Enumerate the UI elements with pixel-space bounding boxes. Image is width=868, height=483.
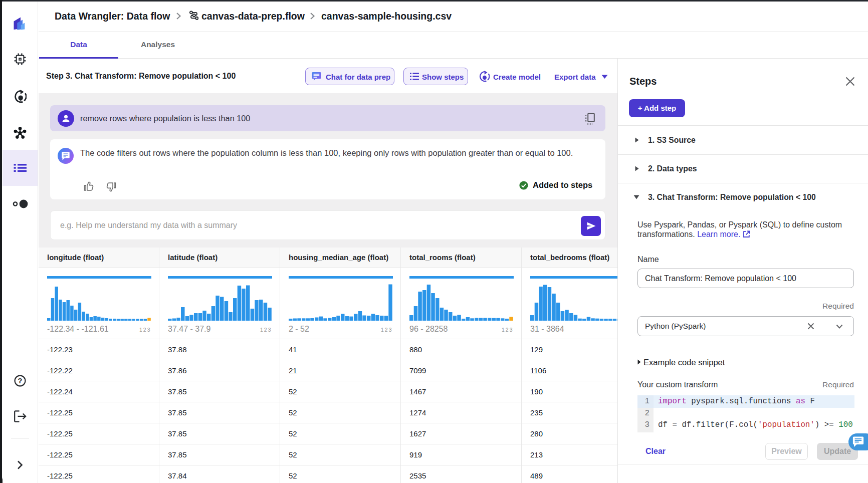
svg-text:?: ?: [18, 377, 23, 385]
